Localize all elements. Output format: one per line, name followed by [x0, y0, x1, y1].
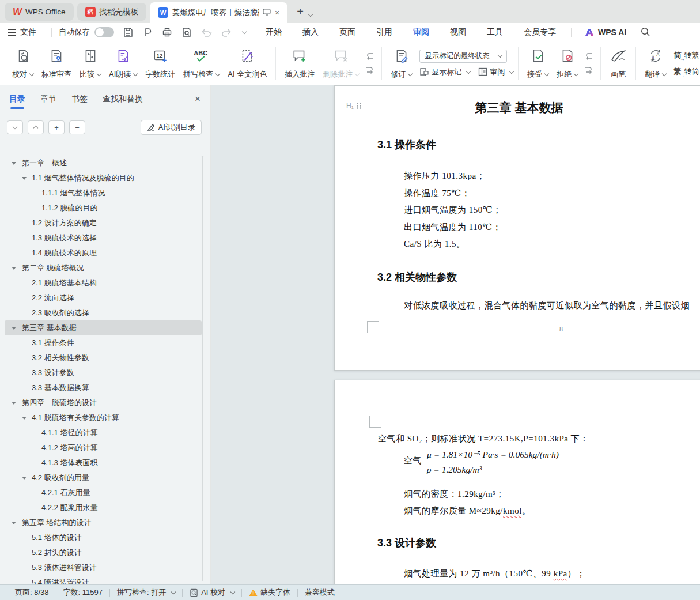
ai-polish-button[interactable]: AI 全文润色	[224, 46, 271, 81]
toc-item[interactable]: 3.3 设计参数	[5, 365, 202, 380]
collapse-all-button[interactable]	[7, 120, 23, 134]
toc-item[interactable]: 4.1.3 塔体表面积	[5, 455, 202, 470]
menu-tab-1[interactable]: 插入	[294, 25, 327, 40]
reject-button[interactable]: 拒绝	[553, 46, 582, 81]
formula-density[interactable]: ρ = 1.205kg/m³	[427, 465, 482, 475]
menu-tab-3[interactable]: 引用	[368, 25, 400, 40]
collapse-arrow-icon[interactable]	[12, 327, 16, 330]
toc-item[interactable]: 4.2.2 配浆用水量	[5, 500, 202, 515]
toc-item[interactable]: 第五章 塔结构的设计	[5, 515, 202, 530]
toc-item[interactable]: 4.1.1 塔径的计算	[5, 425, 202, 440]
translate-button[interactable]: A文 翻译	[641, 46, 670, 81]
body-line[interactable]: 出口烟气温度为 110℃；	[404, 219, 502, 236]
file-menu-button[interactable]: 文件	[8, 27, 36, 37]
menu-tab-5[interactable]: 视图	[442, 25, 474, 40]
expand-all-button[interactable]	[28, 120, 44, 134]
collapse-arrow-icon[interactable]	[12, 162, 16, 165]
show-markup-button[interactable]: 显示标记	[419, 67, 470, 77]
air-label[interactable]: 空气	[404, 455, 422, 466]
body-paragraph[interactable]: 烟气的密度：1.29kg/m³；	[404, 489, 505, 500]
section-heading-3-3[interactable]: 3.3 设计参数	[377, 536, 436, 550]
toc-item[interactable]: 2.3 吸收剂的选择	[5, 305, 202, 320]
sidebar-tab-0[interactable]: 目录	[9, 94, 25, 104]
collapse-arrow-icon[interactable]	[12, 522, 16, 524]
zoom-in-outline-button[interactable]: +	[48, 120, 65, 134]
proofread-button[interactable]: 校对	[8, 46, 37, 81]
document-canvas[interactable]: H₁ 第三章 基本数据 3.1 操作条件 操作压力 101.3kpa；操作温度 …	[211, 85, 700, 584]
menu-tab-2[interactable]: 页面	[331, 25, 364, 40]
toc-item[interactable]: 第二章 脱硫塔概况	[5, 261, 202, 276]
spellcheck-flagged-word[interactable]: kmol	[503, 506, 522, 515]
insert-comment-button[interactable]: 插入批注	[281, 46, 319, 81]
body-paragraph[interactable]: 烟气的摩尔质量 M≈29kg/kmol。	[404, 505, 531, 516]
toc-item[interactable]: 第四章 脱硫塔的设计	[5, 395, 202, 410]
word-count-indicator[interactable]: 字数: 11597	[56, 587, 109, 598]
sidebar-scrollbar[interactable]	[202, 156, 203, 581]
section-heading-3-1[interactable]: 3.1 操作条件	[377, 138, 436, 152]
toc-item[interactable]: 5.4 喷淋装置设计	[5, 575, 202, 584]
collapse-arrow-icon[interactable]	[22, 177, 27, 180]
body-line[interactable]: 进口烟气温度为 150℃；	[404, 202, 502, 219]
to-traditional-button[interactable]: 简→ 转繁	[673, 50, 699, 61]
compare-button[interactable]: 比较	[75, 46, 105, 81]
document-page-8[interactable]: H₁ 第三章 基本数据 3.1 操作条件 操作压力 101.3kpa；操作温度 …	[334, 85, 700, 371]
body-line[interactable]: 操作温度 75℃；	[404, 185, 502, 202]
collapse-arrow-icon[interactable]	[12, 402, 16, 405]
toc-item[interactable]: 第一章 概述	[5, 156, 202, 171]
toc-item[interactable]: 1.4 脱硫技术的原理	[5, 246, 202, 261]
body-line[interactable]: 操作压力 101.3kpa；	[404, 168, 502, 185]
spellcheck-status[interactable]: 拼写检查: 打开	[110, 587, 182, 598]
body-paragraph[interactable]: 烟气处理量为 12 万 m³/h（150℃、99 kPa）；	[404, 568, 585, 579]
review-pane-button[interactable]: 审阅	[478, 67, 513, 77]
tab-docer-templates[interactable]: 稻 找稻壳模板	[77, 3, 147, 21]
collapse-arrow-icon[interactable]	[12, 267, 16, 270]
zoom-out-outline-button[interactable]: −	[69, 120, 85, 134]
toc-item[interactable]: 4.1 脱硫塔有关参数的计算	[5, 410, 202, 425]
track-changes-button[interactable]: 修订	[387, 46, 416, 81]
toc-item[interactable]: 1.1 烟气整体情况及脱硫的目的	[5, 171, 202, 186]
menu-tab-6[interactable]: 工具	[479, 25, 511, 40]
menu-tab-7[interactable]: 会员专享	[516, 25, 564, 40]
toc-item[interactable]: 5.3 液体进料管设计	[5, 560, 202, 575]
body-paragraph[interactable]: 对低浓度吸收过程，混合气体的黏度可近似取为空气的黏度，并且假设烟	[404, 300, 690, 311]
document-page-9[interactable]: 空气和 SO₂；则标准状况 T=273.15K,P=101.3kPa 下： 空气…	[334, 380, 700, 584]
close-panel-icon[interactable]: ×	[195, 93, 200, 105]
toc-item[interactable]: 5.1 塔体的设计	[5, 530, 202, 545]
spellcheck-flagged-word[interactable]: kPa	[554, 569, 567, 578]
tab-list-chevron-icon[interactable]	[308, 12, 313, 17]
toc-item[interactable]: 3.1 操作条件	[5, 335, 202, 350]
section-heading-3-2[interactable]: 3.2 相关物性参数	[377, 270, 457, 284]
redo-icon[interactable]	[221, 27, 232, 37]
compatibility-mode-badge[interactable]: 兼容模式	[298, 587, 342, 598]
undo-icon[interactable]	[200, 27, 213, 37]
toc-item[interactable]: 5.2 封头的设计	[5, 545, 202, 560]
toc-item[interactable]: 4.2 吸收剂的用量	[5, 470, 202, 485]
next-change-icon[interactable]	[584, 66, 594, 75]
search-icon[interactable]	[640, 27, 650, 39]
toc-item[interactable]: 1.2 设计方案的确定	[5, 216, 202, 231]
roaming-window-icon[interactable]	[263, 9, 271, 17]
export-pdf-icon[interactable]	[142, 27, 153, 38]
spell-check-button[interactable]: ABC 拼写检查	[179, 46, 224, 81]
autosave-toggle[interactable]	[94, 27, 114, 37]
body-line[interactable]: Ca/S 比为 1.5。	[404, 236, 502, 253]
ai-recognize-toc-button[interactable]: AI识别目录	[141, 120, 202, 135]
previous-change-icon[interactable]	[584, 52, 594, 61]
next-comment-icon[interactable]	[365, 66, 375, 75]
body-paragraph[interactable]: 空气和 SO₂；则标准状况 T=273.15K,P=101.3kPa 下：	[378, 433, 589, 444]
toc-item[interactable]: 3.2 相关物性参数	[5, 350, 202, 365]
print-preview-icon[interactable]	[181, 27, 192, 38]
menu-tab-4[interactable]: 审阅	[405, 25, 437, 40]
toc-item[interactable]: 1.3 脱硫技术的选择	[5, 231, 202, 246]
toc-item[interactable]: 4.2.1 石灰用量	[5, 485, 202, 500]
collapse-arrow-icon[interactable]	[22, 417, 27, 420]
previous-comment-icon[interactable]	[365, 52, 375, 61]
sidebar-tab-1[interactable]: 章节	[40, 94, 56, 104]
tab-wps-office[interactable]: W WPS Office	[5, 3, 74, 21]
new-tab-button[interactable]: +	[297, 5, 304, 18]
wps-ai-button[interactable]: WPS AI	[584, 28, 626, 37]
ai-proofread-status[interactable]: AI 校对	[183, 587, 241, 598]
accept-button[interactable]: 接受	[523, 46, 553, 81]
print-icon[interactable]	[161, 27, 173, 38]
toc-item[interactable]: 3.3 基本数据换算	[5, 380, 202, 395]
